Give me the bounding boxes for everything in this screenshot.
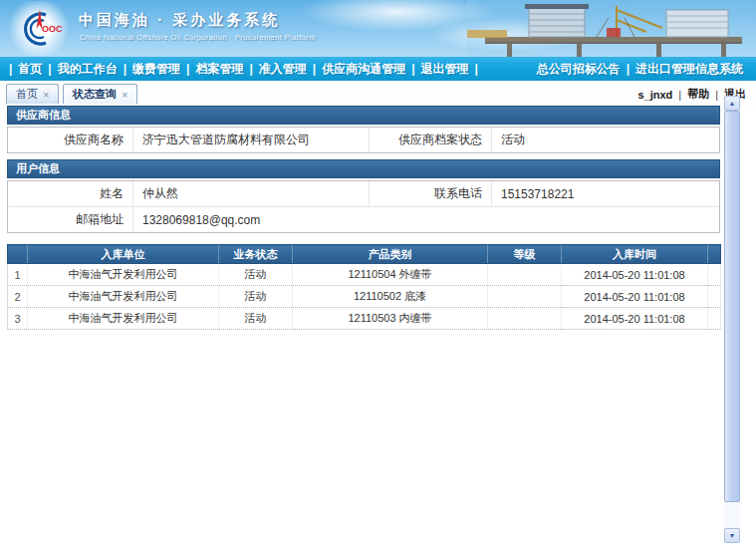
- app-title: 中国海油 · 采办业务系统: [79, 11, 280, 30]
- user-info-row: 邮箱地址 1328069818@qq.com: [8, 206, 719, 232]
- user-links-separator: |: [715, 89, 718, 101]
- tab-home[interactable]: 首页 ×: [6, 84, 59, 104]
- menu-separator: |: [410, 62, 415, 76]
- row-number: 2: [8, 286, 28, 308]
- cell-category: 12110502 底漆: [293, 286, 488, 308]
- table-row[interactable]: 2 中海油气开发利用公司 活动 12110502 底漆 2014-05-20 1…: [8, 286, 721, 308]
- user-info-row: 姓名 仲从然 联系电话 15153718221: [8, 181, 719, 206]
- row-number: 3: [8, 308, 28, 330]
- tab-home-label: 首页: [16, 87, 38, 102]
- cell-spacer: [708, 286, 721, 308]
- menu-item-home[interactable]: 首页: [13, 61, 47, 78]
- menu-separator: |: [123, 62, 127, 76]
- cell-category: 12110504 外缠带: [293, 264, 488, 286]
- cell-time: 2014-05-20 11:01:08: [562, 264, 708, 286]
- main-menu-left: | 首页 | 我的工作台 | 缴费管理 | 档案管理 | 准入管理 | 供应商沟…: [8, 61, 532, 78]
- inbound-table: 入库单位 业务状态 产品类别 等级 入库时间 1 中海油气开发利用公司 活动 1…: [7, 244, 721, 330]
- menu-item-access-management[interactable]: 准入管理: [254, 61, 312, 78]
- tab-bar: 首页 × 状态查询 × s_jnxd | 帮助 | 退出: [0, 81, 756, 106]
- cell-level: [488, 308, 562, 330]
- cell-status: 活动: [219, 264, 293, 286]
- menu-separator: |: [474, 62, 479, 76]
- menu-separator: |: [185, 62, 190, 76]
- tab-status-query[interactable]: 状态查询 ×: [63, 84, 137, 104]
- menu-separator: |: [626, 62, 630, 76]
- cell-unit: 中海油气开发利用公司: [28, 286, 219, 308]
- scroll-up-icon[interactable]: ▲: [724, 96, 740, 111]
- cnooc-logo-icon: OOC: [8, 1, 70, 56]
- supplier-info-form: 供应商名称 济宁迅大管道防腐材料有限公司 供应商档案状态 活动: [7, 127, 720, 153]
- user-links-separator: |: [678, 89, 681, 101]
- supplier-section-title: 供应商信息: [7, 106, 720, 125]
- cell-status: 活动: [219, 308, 293, 330]
- inbound-table-header-row: 入库单位 业务状态 产品类别 等级 入库时间: [8, 245, 721, 264]
- user-phone-label: 联系电话: [370, 181, 492, 206]
- col-header-category: 产品类别: [293, 245, 488, 264]
- main-menu-right: 总公司招标公告 | 进出口管理信息系统: [532, 61, 748, 78]
- help-link[interactable]: 帮助: [687, 87, 709, 102]
- cell-level: [488, 264, 562, 286]
- user-section-title: 用户信息: [7, 159, 720, 178]
- username-text: s_jnxd: [637, 89, 672, 101]
- menu-separator: |: [8, 62, 13, 76]
- cell-level: [488, 286, 562, 308]
- menu-item-exit-management[interactable]: 退出管理: [416, 61, 474, 78]
- menu-item-bid-announcement[interactable]: 总公司招标公告: [532, 61, 626, 78]
- menu-item-payment-management[interactable]: 缴费管理: [127, 61, 185, 78]
- supplier-info-row: 供应商名称 济宁迅大管道防腐材料有限公司 供应商档案状态 活动: [8, 128, 719, 152]
- cell-time: 2014-05-20 11:01:08: [562, 308, 708, 330]
- cell-time: 2014-05-20 11:01:08: [562, 286, 708, 308]
- col-header-status: 业务状态: [219, 245, 293, 264]
- svg-text:OOC: OOC: [42, 24, 63, 34]
- user-info-form: 姓名 仲从然 联系电话 15153718221 邮箱地址 1328069818@…: [7, 180, 720, 233]
- close-icon[interactable]: ×: [122, 89, 127, 101]
- cell-spacer: [708, 308, 721, 330]
- user-email-value: 1328069818@qq.com: [133, 207, 719, 232]
- table-row[interactable]: 3 中海油气开发利用公司 活动 12110503 内缠带 2014-05-20 …: [8, 308, 721, 330]
- supplier-status-value: 活动: [492, 128, 719, 152]
- col-header-rownum: [8, 245, 28, 264]
- menu-item-archive-management[interactable]: 档案管理: [190, 61, 248, 78]
- cell-unit: 中海油气开发利用公司: [28, 264, 219, 286]
- menu-item-supplier-communication[interactable]: 供应商沟通管理: [317, 61, 410, 78]
- table-row[interactable]: 1 中海油气开发利用公司 活动 12110504 外缠带 2014-05-20 …: [8, 264, 721, 286]
- user-name-value: 仲从然: [133, 181, 370, 206]
- col-header-unit: 入库单位: [28, 245, 219, 264]
- menu-separator: |: [248, 62, 253, 76]
- col-header-level: 等级: [488, 245, 562, 264]
- scrollbar-thumb[interactable]: [724, 111, 740, 502]
- menu-item-my-workbench[interactable]: 我的工作台: [53, 61, 123, 78]
- user-email-label: 邮箱地址: [8, 207, 133, 232]
- col-header-spacer: [708, 245, 721, 264]
- user-name-label: 姓名: [8, 181, 133, 206]
- offshore-platform-image: [467, 0, 756, 57]
- cell-spacer: [708, 264, 721, 286]
- vertical-scrollbar[interactable]: ▲ ▼: [724, 96, 740, 543]
- cell-status: 活动: [219, 286, 293, 308]
- main-content: 供应商信息 供应商名称 济宁迅大管道防腐材料有限公司 供应商档案状态 活动 用户…: [7, 106, 720, 330]
- user-phone-value: 15153718221: [492, 181, 719, 206]
- menu-item-import-export-system[interactable]: 进出口管理信息系统: [630, 61, 748, 78]
- scroll-down-icon[interactable]: ▼: [724, 528, 740, 543]
- app-subtitle: China National Offshore Oil Corporation …: [80, 33, 316, 42]
- main-menu-bar: | 首页 | 我的工作台 | 缴费管理 | 档案管理 | 准入管理 | 供应商沟…: [0, 57, 756, 81]
- close-icon[interactable]: ×: [43, 89, 49, 101]
- menu-separator: |: [312, 62, 317, 76]
- menu-separator: |: [47, 62, 52, 76]
- supplier-status-label: 供应商档案状态: [370, 128, 492, 152]
- supplier-name-value: 济宁迅大管道防腐材料有限公司: [133, 128, 370, 152]
- tab-status-query-label: 状态查询: [73, 87, 117, 102]
- header-banner: OOC 中国海油 · 采办业务系统 China National Offshor…: [0, 0, 756, 57]
- col-header-time: 入库时间: [562, 245, 708, 264]
- cell-category: 12110503 内缠带: [293, 308, 488, 330]
- supplier-name-label: 供应商名称: [8, 128, 133, 152]
- cell-unit: 中海油气开发利用公司: [28, 308, 219, 330]
- row-number: 1: [8, 264, 28, 286]
